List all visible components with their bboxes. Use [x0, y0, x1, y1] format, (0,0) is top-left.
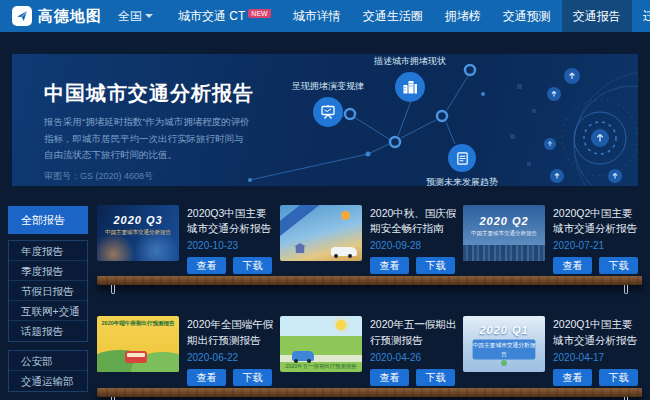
thumb-title: 2020年五一假期出行预测报告 — [284, 363, 358, 371]
feature-congestion-evolution: 呈现拥堵演变规律 — [282, 80, 374, 127]
feature-label: 预测未来发展趋势 — [416, 176, 508, 189]
sidebar-item-holiday-report[interactable]: 节假日报告 — [9, 281, 87, 301]
thumb-subtitle: 中国主要城市交通分析报告 — [466, 229, 541, 237]
nav-item-traffic-life-circle[interactable]: 交通生活圈 — [352, 0, 434, 32]
sidebar-item-quarterly-report[interactable]: 季度报告 — [9, 261, 87, 281]
download-button[interactable]: 下载 — [416, 369, 455, 386]
thumb-subtitle: 中国主要城市交通分析报告 — [473, 340, 536, 360]
report-date: 2020-04-26 — [370, 352, 459, 363]
hero-banner: 中国城市交通分析报告 报告采用“拥堵延时指数”作为城市拥堵程度的评价指标，即城市… — [12, 54, 638, 186]
report-info: 2020Q3中国主要城市交通分析报告 2020-10-23 查看 下载 — [187, 205, 276, 274]
report-actions: 查看 下载 — [553, 369, 642, 386]
report-thumbnail[interactable]: 2020年五一假期出行预测报告 — [280, 316, 362, 372]
region-label: 全国 — [118, 9, 142, 23]
report-thumbnail[interactable] — [280, 205, 362, 261]
thumb-subtitle: 中国主要城市交通分析报告 — [100, 228, 175, 236]
report-actions: 查看 下载 — [370, 369, 459, 386]
report-card-q2-2020: 2020 Q2 中国主要城市交通分析报告 2020Q2中国主要城市交通分析报告 … — [463, 205, 642, 274]
view-button[interactable]: 查看 — [370, 369, 409, 386]
ribbon-decoration — [280, 205, 335, 246]
car-decoration — [331, 247, 357, 256]
report-title: 2020Q1中国主要城市交通分析报告 — [553, 317, 642, 347]
sidebar-item-all-reports[interactable]: 全部报告 — [8, 206, 88, 234]
report-info: 2020中秋、国庆假期安全畅行指南 2020-09-28 查看 下载 — [370, 205, 459, 274]
report-date: 2020-07-21 — [553, 240, 642, 251]
shelf-hook — [624, 285, 628, 294]
report-info: 2020Q2中国主要城市交通分析报告 2020-07-21 查看 下载 — [553, 205, 642, 274]
report-card-dragonboat-2020: 2020年端午假期出行预测报告 2020年全国端午假期出行预测报告 2020-0… — [97, 316, 276, 385]
report-thumbnail[interactable]: 2020 Q1 中国主要城市交通分析报告 — [463, 316, 545, 372]
feature-label: 描述城市拥堵现状 — [364, 55, 456, 68]
thumb-title: 2020 Q1 — [463, 324, 545, 336]
city-buildings-icon — [395, 72, 425, 102]
sidebar-item-transport-ministry[interactable]: 交通运输部 — [9, 371, 87, 391]
nav-item-city-detail[interactable]: 城市详情 — [282, 0, 352, 32]
logo-text[interactable]: 高德地图 — [38, 7, 102, 26]
download-button[interactable]: 下载 — [233, 369, 272, 386]
download-button[interactable]: 下载 — [233, 257, 272, 274]
report-info: 2020年五一假期出行预测报告 2020-04-26 查看 下载 — [370, 316, 459, 385]
top-navbar: 高德地图 全国 城市交通 CTNEW 城市详情 交通生活圈 拥堵榜 交通预测 交… — [0, 0, 650, 32]
wooden-shelf — [97, 388, 642, 397]
sidebar-item-annual-report[interactable]: 年度报告 — [9, 241, 87, 261]
report-thumbnail[interactable]: 2020年端午假期出行预测报告 — [97, 316, 179, 372]
trend-report-icon — [448, 144, 476, 172]
view-button[interactable]: 查看 — [370, 257, 409, 274]
report-card-midautumn-2020: 2020中秋、国庆假期安全畅行指南 2020-09-28 查看 下载 — [280, 205, 459, 274]
report-actions: 查看 下载 — [370, 257, 459, 274]
feature-label: 呈现拥堵演变规律 — [282, 80, 374, 93]
report-row-1: 2020 Q3 中国主要城市交通分析报告 2020Q3中国主要城市交通分析报告 … — [97, 205, 642, 274]
chevron-down-icon — [145, 14, 153, 22]
download-button[interactable]: 下载 — [599, 369, 638, 386]
nav-item-traffic-forecast[interactable]: 交通预测 — [492, 0, 562, 32]
page-title: 中国城市交通分析报告 — [44, 80, 254, 107]
view-button[interactable]: 查看 — [187, 369, 226, 386]
report-date: 2020-10-23 — [187, 240, 276, 251]
feature-future-trend: 预测未来发展趋势 — [416, 144, 508, 189]
report-date: 2020-04-17 — [553, 352, 642, 363]
view-button[interactable]: 查看 — [553, 369, 592, 386]
report-thumbnail[interactable]: 2020 Q2 中国主要城市交通分析报告 — [463, 205, 545, 261]
report-row-2: 2020年端午假期出行预测报告 2020年全国端午假期出行预测报告 2020-0… — [97, 316, 642, 385]
bus-decoration — [125, 351, 147, 363]
report-actions: 查看 下载 — [553, 257, 642, 274]
region-selector[interactable]: 全国 — [118, 8, 153, 25]
nav-menu: 城市交通 CTNEW 城市详情 交通生活圈 拥堵榜 交通预测 交通报告 迁徙意愿… — [167, 0, 650, 32]
report-title: 2020年五一假期出行预测报告 — [370, 317, 459, 347]
report-title: 2020Q3中国主要城市交通分析报告 — [187, 206, 276, 236]
nav-item-congestion-ranking[interactable]: 拥堵榜 — [434, 0, 492, 32]
nav-item-migration[interactable]: 迁徙意愿 — [632, 0, 650, 32]
sidebar-item-topic-report[interactable]: 话题报告 — [9, 321, 87, 341]
report-info: 2020Q1中国主要城市交通分析报告 2020-04-17 查看 下载 — [553, 316, 642, 385]
thumb-title: 2020年端午假期出行预测报告 — [100, 320, 175, 328]
report-grid: 2020 Q3 中国主要城市交通分析报告 2020Q3中国主要城市交通分析报告 … — [97, 205, 642, 397]
report-title: 2020中秋、国庆假期安全畅行指南 — [370, 206, 459, 236]
car-decoration — [292, 351, 314, 361]
feature-congestion-status: 描述城市拥堵现状 — [364, 55, 456, 102]
report-actions: 查看 下载 — [187, 369, 276, 386]
new-badge: NEW — [248, 9, 270, 18]
download-button[interactable]: 下载 — [599, 257, 638, 274]
sun-decoration — [336, 320, 346, 330]
report-title: 2020年全国端午假期出行预测报告 — [187, 317, 276, 347]
report-info: 2020年全国端午假期出行预测报告 2020-06-22 查看 下载 — [187, 316, 276, 385]
view-button[interactable]: 查看 — [553, 257, 592, 274]
report-card-mayday-2020: 2020年五一假期出行预测报告 2020年五一假期出行预测报告 2020-04-… — [280, 316, 459, 385]
sidebar-item-public-security[interactable]: 公安部 — [9, 351, 87, 371]
wooden-shelf — [97, 276, 642, 285]
report-category-sidebar: 全部报告 年度报告 季度报告 节假日报告 互联网+交通 话题报告 公安部 交通运… — [8, 206, 88, 400]
report-title: 2020Q2中国主要城市交通分析报告 — [553, 206, 642, 236]
download-button[interactable]: 下载 — [416, 257, 455, 274]
nav-item-city-traffic-ct[interactable]: 城市交通 CTNEW — [167, 0, 282, 32]
shelf-hook — [111, 285, 115, 294]
report-card-q1-2020: 2020 Q1 中国主要城市交通分析报告 2020Q1中国主要城市交通分析报告 … — [463, 316, 642, 385]
view-button[interactable]: 查看 — [187, 257, 226, 274]
report-actions: 查看 下载 — [187, 257, 276, 274]
thumb-title: 2020 Q2 — [463, 215, 545, 227]
paper-plane-icon — [15, 9, 29, 23]
sidebar-item-internet-traffic[interactable]: 互联网+交通 — [9, 301, 87, 321]
sun-decoration — [341, 211, 350, 220]
report-thumbnail[interactable]: 2020 Q3 中国主要城市交通分析报告 — [97, 205, 179, 261]
nav-item-traffic-report[interactable]: 交通报告 — [562, 0, 632, 32]
amap-logo-icon[interactable] — [12, 6, 32, 26]
